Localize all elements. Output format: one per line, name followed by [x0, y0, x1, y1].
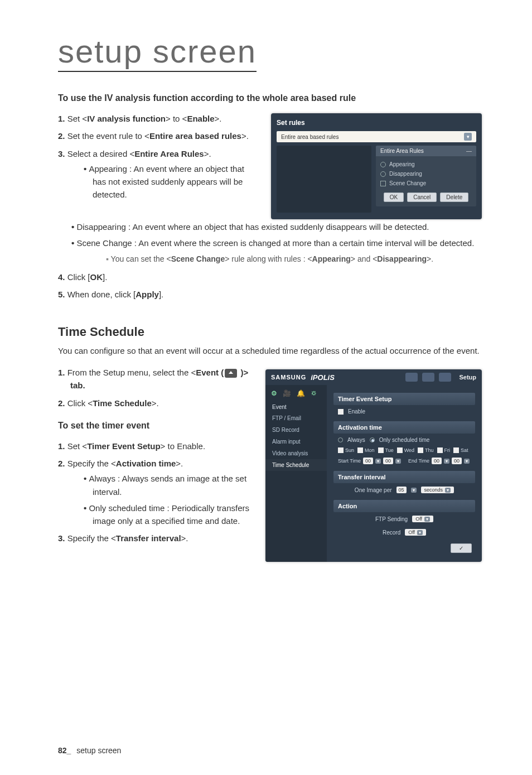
record-select[interactable]: Off▾ — [405, 529, 426, 536]
panel-transfer-interval: Transfer interval — [333, 471, 475, 483]
option-disappearing[interactable]: Disappearing — [380, 169, 472, 179]
option-scene-change[interactable]: Scene Change — [380, 179, 472, 188]
chevron-down-icon: ▾ — [464, 133, 472, 141]
tab-playback-icon[interactable] — [422, 373, 434, 382]
transfer-interval-pre: One Image per — [355, 487, 392, 493]
enable-checkbox[interactable] — [338, 409, 344, 415]
day-sat[interactable]: Sat — [453, 447, 468, 453]
sidebar-item-time-schedule[interactable]: Time Schedule — [265, 459, 327, 471]
day-thu[interactable]: Thu — [418, 447, 434, 453]
chevron-down-icon: ▾ — [464, 459, 470, 464]
ts-step-2: 2. Click <Time Schedule>. — [58, 397, 254, 410]
dialog-title: Set rules — [277, 119, 476, 127]
step-3: 3. Select a desired <Entire Area Rules>.… — [58, 147, 260, 201]
sidebar-item-video-analysis[interactable]: Video analysis — [265, 447, 327, 459]
bullet-scene-change: Scene Change : An event where the screen… — [58, 237, 482, 265]
day-checkboxes: Sun Mon Tue Wed Thu Fri Sat — [333, 446, 475, 454]
sidebar-heading-event: Event — [265, 402, 327, 412]
cancel-button[interactable]: Cancel — [407, 192, 437, 202]
bullet-appearing: Appearing : An event where an object tha… — [70, 162, 260, 201]
enable-label: Enable — [348, 408, 365, 415]
radio-only-scheduled[interactable] — [370, 437, 375, 442]
page-number: 82_ — [58, 746, 71, 755]
tse-step-3: 3. Specify the <Transfer interval>. — [58, 532, 254, 545]
radio-always[interactable] — [338, 437, 343, 442]
end-min-select[interactable]: 00 — [452, 458, 462, 464]
page-title: setup screen — [58, 32, 257, 70]
step-5: 5. When done, click [Apply]. — [58, 288, 482, 301]
bullet-always: Always : Always sends an image at the se… — [70, 472, 254, 498]
sidebar-item-alarm-input[interactable]: Alarm input — [265, 436, 327, 447]
chevron-down-icon: ▾ — [444, 459, 449, 464]
sidebar-item-ftp-email[interactable]: FTP / Email — [265, 412, 327, 424]
chevron-down-icon: ▾ — [417, 530, 423, 535]
radio-icon — [380, 162, 386, 167]
chevron-down-icon: ▾ — [375, 459, 381, 464]
start-time-label: Start Time — [338, 458, 361, 464]
footer-label: setup screen — [76, 746, 121, 755]
sidebar-icon[interactable]: 🎥 — [283, 389, 291, 397]
sub-bullet-scene-change-note: You can set the <Scene Change> rule alon… — [80, 253, 482, 266]
sidebar-icon[interactable]: ⚙ — [271, 389, 277, 397]
tab-monitoring-icon[interactable] — [405, 373, 418, 382]
brand-ipolis: iPOLiS — [311, 373, 335, 382]
panel-title: Entire Area Rules — [380, 148, 424, 154]
checkbox-icon — [380, 181, 386, 186]
ok-button[interactable]: OK — [384, 192, 404, 202]
brand-samsung: SAMSUNG — [271, 374, 306, 381]
to-set-timer-heading: To set the timer event — [58, 421, 254, 431]
end-hour-select[interactable]: 00 — [432, 458, 442, 464]
sidebar-item-sd-record[interactable]: SD Record — [265, 424, 327, 436]
sidebar-icon[interactable]: ⛭ — [311, 389, 317, 397]
panel-action: Action — [333, 500, 475, 512]
chevron-down-icon: ▾ — [445, 488, 451, 493]
page-footer: 82_ setup screen — [58, 746, 121, 755]
day-tue[interactable]: Tue — [378, 447, 394, 453]
bullet-disappearing: Disappearing : An event where an object … — [58, 220, 482, 233]
event-tab-icon — [225, 369, 237, 378]
record-label: Record — [383, 529, 400, 536]
chevron-down-icon: ▾ — [411, 488, 417, 493]
sidebar-icon[interactable]: 🔔 — [297, 389, 305, 397]
start-min-select[interactable]: 00 — [383, 458, 393, 464]
day-wed[interactable]: Wed — [397, 447, 414, 453]
option-appearing[interactable]: Appearing — [380, 160, 472, 169]
interval-unit-select[interactable]: seconds▾ — [421, 487, 454, 493]
rule-type-select[interactable]: Entire area based rules ▾ — [277, 131, 476, 142]
preview-area — [277, 146, 371, 213]
sidebar: ⚙ 🎥 🔔 ⛭ Event FTP / Email SD Record Alar… — [265, 385, 327, 562]
bullet-only-scheduled: Only scheduled time : Periodically trans… — [70, 502, 254, 528]
apply-button[interactable]: ✓ — [451, 543, 472, 553]
set-rules-dialog: Set rules Entire area based rules ▾ Enti… — [271, 113, 482, 219]
chevron-down-icon: ▾ — [424, 517, 430, 522]
day-fri[interactable]: Fri — [437, 447, 451, 453]
minimize-icon[interactable]: — — [466, 148, 472, 154]
section1-heading: To use the IV analysis function accordin… — [58, 93, 482, 103]
radio-icon — [380, 171, 386, 177]
ts-step-1: 1. From the Setup menu, select the <Even… — [58, 366, 254, 392]
tse-step-1: 1. Set <Timer Event Setup> to Enable. — [58, 440, 254, 453]
step-4: 4. Click [OK]. — [58, 271, 482, 283]
section1-steps: 1. Set <IV analysis function> to <Enable… — [58, 112, 260, 201]
interval-value-select[interactable]: 05 — [396, 487, 407, 493]
ftp-sending-label: FTP Sending — [375, 516, 408, 522]
day-sun[interactable]: Sun — [338, 447, 354, 453]
tab-setup-label: Setup — [459, 374, 476, 381]
tab-setup-icon[interactable] — [439, 373, 451, 382]
step-2: 2. Set the event rule to <Entire area ba… — [58, 129, 260, 142]
time-schedule-heading: Time Schedule — [58, 325, 482, 339]
start-hour-select[interactable]: 00 — [363, 458, 373, 464]
delete-button[interactable]: Delete — [440, 192, 468, 202]
step-1: 1. Set <IV analysis function> to <Enable… — [58, 112, 260, 125]
panel-activation-time: Activation time — [333, 421, 475, 434]
time-schedule-intro: You can configure so that an event will … — [58, 345, 482, 358]
end-time-label: End Time — [408, 458, 429, 464]
timer-event-setup-screenshot: SAMSUNG iPOLiS Setup ⚙ 🎥 🔔 ⛭ — [265, 369, 482, 562]
panel-timer-event-setup: Timer Event Setup — [333, 393, 475, 405]
day-mon[interactable]: Mon — [357, 447, 375, 453]
tse-step-2: 2. Specify the <Activation time>. Always… — [58, 457, 254, 527]
chevron-down-icon: ▾ — [395, 459, 401, 464]
ftp-sending-select[interactable]: Off▾ — [412, 516, 433, 522]
